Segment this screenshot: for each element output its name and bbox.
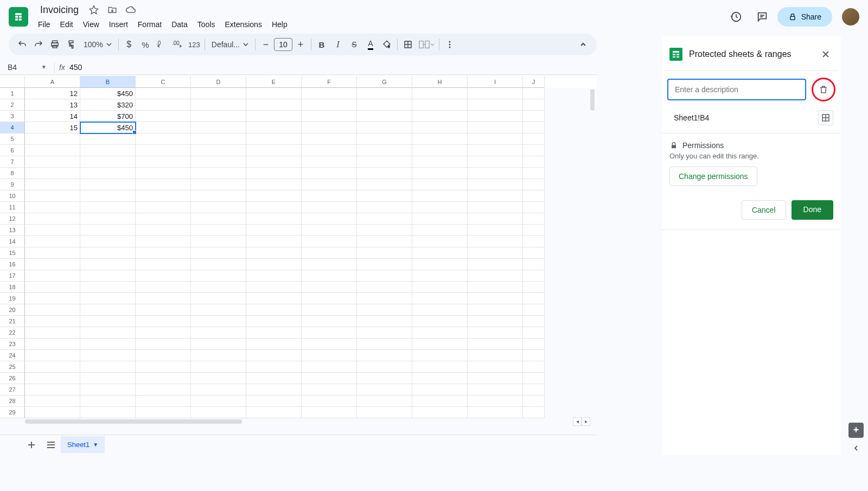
cell[interactable] (468, 122, 523, 133)
cell[interactable] (25, 350, 80, 361)
cell[interactable] (25, 179, 80, 190)
cell[interactable] (523, 293, 545, 304)
cell[interactable] (25, 407, 80, 418)
row-header[interactable]: 21 (0, 316, 25, 327)
cell[interactable] (357, 384, 412, 396)
cell[interactable] (302, 350, 357, 361)
cell[interactable] (246, 396, 302, 407)
cell[interactable] (191, 259, 246, 270)
cell[interactable] (80, 293, 136, 304)
cell[interactable] (191, 122, 246, 133)
cell[interactable] (357, 259, 412, 270)
cell[interactable] (25, 190, 80, 202)
cell[interactable] (302, 361, 357, 373)
currency-button[interactable]: $ (121, 36, 137, 53)
grid[interactable]: A B C D E F G H I J 112$450213$320314$70… (0, 76, 597, 418)
cell[interactable] (357, 293, 412, 304)
cell[interactable] (80, 361, 136, 373)
cancel-button[interactable]: Cancel (742, 200, 786, 220)
cell[interactable] (136, 259, 191, 270)
cell[interactable] (412, 168, 468, 179)
row-header[interactable]: 15 (0, 247, 25, 259)
cell[interactable] (191, 282, 246, 293)
row-header[interactable]: 16 (0, 259, 25, 270)
cell[interactable] (25, 396, 80, 407)
cell[interactable] (302, 145, 357, 156)
row-header[interactable]: 8 (0, 168, 25, 179)
percent-button[interactable]: % (137, 36, 154, 53)
cell[interactable] (191, 145, 246, 156)
row-header[interactable]: 14 (0, 236, 25, 247)
menu-view[interactable]: View (79, 18, 104, 31)
done-button[interactable]: Done (792, 200, 833, 220)
cell[interactable] (412, 111, 468, 122)
cell[interactable] (357, 88, 412, 99)
zoom-dropdown[interactable]: 100% (79, 40, 116, 49)
cell[interactable] (468, 111, 523, 122)
cell[interactable] (412, 384, 468, 396)
cell[interactable] (25, 259, 80, 270)
row-header[interactable]: 6 (0, 145, 25, 156)
cell[interactable] (136, 190, 191, 202)
cell[interactable] (246, 304, 302, 316)
cell[interactable] (523, 327, 545, 339)
cell[interactable] (136, 339, 191, 350)
menu-file[interactable]: File (34, 18, 55, 31)
cell[interactable] (523, 225, 545, 236)
cell[interactable] (25, 225, 80, 236)
cell[interactable] (302, 270, 357, 282)
cell[interactable] (191, 133, 246, 145)
fill-color-button[interactable] (379, 36, 395, 53)
cell[interactable] (412, 133, 468, 145)
cell[interactable] (412, 304, 468, 316)
cell[interactable] (80, 168, 136, 179)
cell[interactable] (191, 213, 246, 225)
cell[interactable] (246, 293, 302, 304)
col-header[interactable]: H (412, 76, 468, 88)
cell[interactable] (25, 293, 80, 304)
cell[interactable] (246, 168, 302, 179)
cell[interactable] (412, 293, 468, 304)
cell[interactable] (468, 145, 523, 156)
cell[interactable] (246, 145, 302, 156)
cell[interactable] (246, 282, 302, 293)
cell[interactable] (468, 304, 523, 316)
more-button[interactable] (442, 36, 458, 53)
cell[interactable] (412, 213, 468, 225)
cell[interactable] (357, 225, 412, 236)
star-icon[interactable] (87, 3, 100, 16)
document-title[interactable]: Invoicing (37, 3, 82, 17)
cell[interactable] (468, 247, 523, 259)
cell[interactable] (523, 304, 545, 316)
cell[interactable] (357, 99, 412, 111)
cell[interactable] (302, 259, 357, 270)
undo-button[interactable] (14, 36, 30, 53)
cell[interactable] (136, 293, 191, 304)
cell[interactable] (191, 156, 246, 168)
cell[interactable]: 15 (25, 122, 80, 133)
cell[interactable] (136, 133, 191, 145)
cell[interactable] (357, 133, 412, 145)
row-header[interactable]: 10 (0, 190, 25, 202)
cell[interactable] (191, 202, 246, 213)
cell[interactable] (357, 373, 412, 384)
cell[interactable] (246, 259, 302, 270)
cell[interactable] (302, 156, 357, 168)
cell[interactable] (412, 327, 468, 339)
cell[interactable] (468, 316, 523, 327)
cell[interactable]: $700 (80, 111, 136, 122)
cell[interactable] (191, 384, 246, 396)
cell[interactable] (468, 270, 523, 282)
cell[interactable] (80, 304, 136, 316)
col-header[interactable]: B (80, 76, 136, 88)
increase-decimal-button[interactable]: .00 (170, 36, 186, 53)
cell[interactable] (246, 202, 302, 213)
cell[interactable] (523, 213, 545, 225)
cell[interactable] (302, 339, 357, 350)
cell[interactable] (191, 339, 246, 350)
cell[interactable] (246, 407, 302, 418)
cell[interactable] (80, 373, 136, 384)
cell[interactable] (80, 350, 136, 361)
cell[interactable] (136, 99, 191, 111)
cell[interactable] (136, 88, 191, 99)
